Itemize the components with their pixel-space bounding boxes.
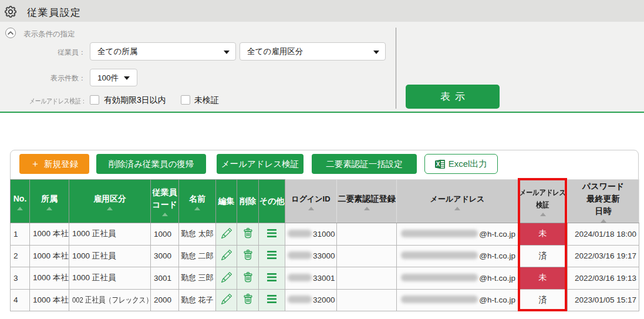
svg-text:X: X xyxy=(436,161,440,167)
